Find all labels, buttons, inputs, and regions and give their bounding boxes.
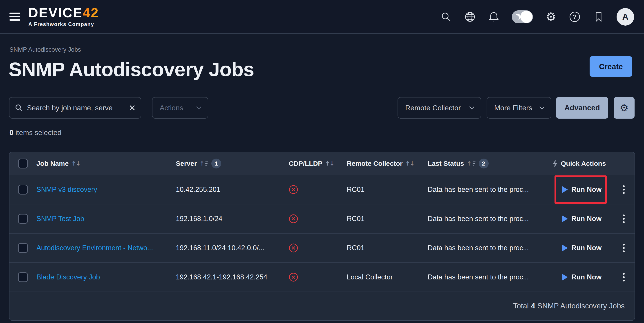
row-menu-kebab-icon[interactable] — [622, 242, 626, 254]
sort-icon[interactable]: ↑↓ — [405, 160, 414, 167]
globe-icon[interactable] — [464, 11, 476, 23]
column-header-remote-collector[interactable]: Remote Collector ↑↓ — [347, 160, 428, 167]
server-value: 192.168.42.1-192.168.42.254 — [176, 273, 267, 281]
run-now-button[interactable]: Run Now — [562, 215, 602, 223]
sort-priority-badge: 1 — [211, 159, 221, 168]
job-name-link[interactable]: Blade Discovery Job — [36, 273, 100, 281]
quick-actions-cell: Run Now — [551, 204, 634, 233]
column-header-job-name[interactable]: Job Name ↑↓ — [36, 160, 176, 167]
play-icon — [562, 274, 568, 281]
server-value: 10.42.255.201 — [176, 186, 220, 194]
select-all-cell — [10, 159, 36, 168]
last-status-value: Data has been sent to the proc... — [428, 244, 529, 252]
error-circle-x-icon — [289, 185, 298, 194]
selection-count: 0 — [10, 128, 14, 137]
sort-icon[interactable]: ↑↓ — [71, 160, 80, 167]
row-checkbox[interactable] — [18, 214, 28, 224]
brand-accent: 42 — [82, 5, 99, 20]
page-title: SNMP Autodiscovery Jobs — [8, 58, 254, 81]
column-header-cdp-lldp[interactable]: CDP/LLDP ↑↓ — [286, 160, 347, 167]
clear-search-icon[interactable] — [129, 105, 135, 111]
brand-name: DEVICE42 — [28, 6, 99, 19]
remote-collector-value: RC01 — [347, 215, 364, 223]
topbar-actions: ⚙ ? A — [440, 0, 634, 34]
quick-actions-cell: Run Now — [551, 175, 634, 204]
job-name-cell: Blade Discovery Job — [36, 273, 176, 281]
help-icon[interactable]: ? — [569, 11, 580, 23]
bookmark-icon[interactable] — [593, 11, 604, 23]
table-settings-button[interactable]: ⚙ — [614, 97, 634, 119]
job-name-link[interactable]: Autodiscovery Environment - Netwo... — [36, 244, 153, 252]
row-checkbox[interactable] — [18, 243, 28, 253]
server-cell: 10.42.255.201 — [176, 186, 286, 194]
search-input[interactable] — [27, 104, 125, 112]
last-status-cell: Data has been sent to the proc... — [428, 186, 551, 194]
cdp-lldp-cell — [286, 273, 347, 282]
bell-icon[interactable] — [488, 11, 500, 23]
run-now-button[interactable]: Run Now — [562, 186, 602, 194]
error-circle-x-icon — [289, 243, 298, 253]
run-now-button[interactable]: Run Now — [562, 244, 602, 252]
search-input-icon — [15, 104, 23, 112]
server-value: 192.168.11.0/24 10.42.0.0/... — [176, 244, 264, 252]
play-icon — [562, 245, 568, 251]
actions-dropdown[interactable]: Actions — [152, 97, 208, 119]
run-now-label: Run Now — [571, 244, 602, 252]
sort-icon[interactable]: ↑↓ — [325, 160, 334, 167]
remote-collector-cell: RC01 — [347, 244, 428, 252]
remote-collector-cell: RC01 — [347, 215, 428, 223]
create-button[interactable]: Create — [590, 56, 632, 77]
last-status-cell: Data has been sent to the proc... — [428, 273, 551, 281]
chevron-down-icon — [196, 104, 202, 109]
table-row: SNMP Test Job 192.168.1.0/24 RC01 Data h… — [10, 204, 634, 233]
job-name-cell: SNMP v3 discovery — [36, 186, 176, 194]
brand-logo: DEVICE42 A Freshworks Company — [28, 6, 99, 27]
more-filters-dropdown[interactable]: More Filters — [486, 97, 551, 119]
menu-icon[interactable] — [10, 12, 20, 21]
row-menu-kebab-icon[interactable] — [622, 213, 626, 224]
remote-collector-dropdown-label: Remote Collector — [405, 104, 461, 112]
remote-collector-cell: RC01 — [347, 186, 428, 194]
select-all-checkbox[interactable] — [18, 159, 28, 168]
lightning-icon — [552, 160, 558, 167]
row-checkbox[interactable] — [18, 272, 28, 282]
job-name-link[interactable]: SNMP v3 discovery — [36, 186, 97, 194]
avatar[interactable]: A — [616, 8, 634, 26]
column-header-last-status[interactable]: Last Status ↑ 2 — [428, 159, 551, 168]
sort-ascending-icon[interactable]: ↑ — [467, 160, 476, 167]
job-name-link[interactable]: SNMP Test Job — [36, 215, 84, 223]
quick-actions-cell: Run Now — [551, 234, 634, 262]
remote-collector-dropdown[interactable]: Remote Collector — [398, 97, 481, 119]
row-menu-kebab-icon[interactable] — [622, 184, 626, 195]
row-menu-kebab-icon[interactable] — [622, 272, 626, 283]
server-cell: 192.168.11.0/24 10.42.0.0/... — [176, 244, 286, 252]
sort-priority-badge: 2 — [479, 159, 488, 168]
job-name-cell: SNMP Test Job — [36, 215, 176, 223]
moon-icon — [515, 14, 521, 20]
error-circle-x-icon — [289, 273, 298, 282]
remote-collector-cell: Local Collector — [347, 273, 428, 281]
chevron-down-icon — [469, 104, 474, 109]
total-suffix: SNMP Autodiscovery Jobs — [538, 302, 625, 310]
row-select-cell — [10, 185, 36, 195]
theme-toggle[interactable] — [512, 10, 533, 23]
search-icon[interactable] — [440, 11, 452, 23]
table-body: SNMP v3 discovery 10.42.255.201 RC01 Dat… — [10, 175, 634, 292]
quick-actions-cell: Run Now — [551, 263, 634, 292]
gear-icon[interactable]: ⚙ — [545, 11, 557, 23]
total-label: Total — [513, 302, 529, 310]
toggle-knob — [520, 11, 532, 23]
search-box[interactable] — [9, 97, 141, 119]
remote-collector-value: RC01 — [347, 244, 364, 252]
advanced-button[interactable]: Advanced — [556, 97, 608, 119]
gear-icon: ⚙ — [620, 103, 628, 113]
sort-ascending-icon[interactable]: ↑ — [200, 160, 208, 167]
last-status-value: Data has been sent to the proc... — [428, 273, 529, 281]
breadcrumb: SNMP Autodiscovery Jobs — [10, 46, 81, 53]
row-checkbox[interactable] — [18, 185, 28, 195]
run-now-button[interactable]: Run Now — [562, 273, 602, 281]
chevron-down-icon — [540, 104, 544, 109]
server-value: 192.168.1.0/24 — [176, 215, 222, 223]
column-header-server[interactable]: Server ↑ 1 — [176, 159, 286, 168]
last-status-value: Data has been sent to the proc... — [428, 186, 529, 194]
